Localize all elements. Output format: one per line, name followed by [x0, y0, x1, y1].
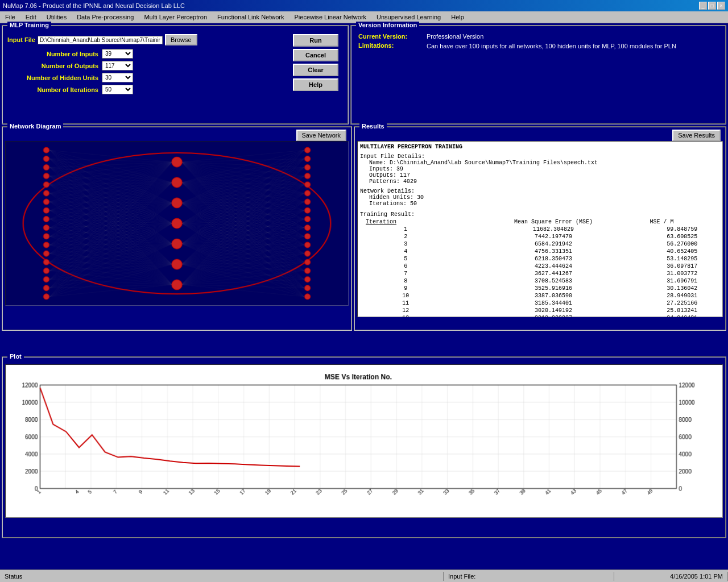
mse-m-cell: 25.813241: [646, 307, 719, 314]
hidden-units-label: Hidden Units:: [369, 194, 413, 201]
input-file-field[interactable]: [38, 36, 163, 44]
version-info-panel: Version Information Current Version: Pro…: [350, 25, 726, 124]
mse-m-cell: 56.276000: [646, 241, 719, 247]
inputs-value: 39: [396, 166, 403, 172]
menu-help[interactable]: Help: [448, 13, 467, 22]
table-row: 7 3627.441267 31.003772: [361, 271, 719, 277]
network-details: Hidden Units: 30 Iterations: 50: [369, 194, 720, 207]
statusbar: Status Input File: 4/16/2005 1:01 PM: [0, 569, 728, 582]
input-file-row: Input File Browse: [7, 34, 291, 45]
network-details-section: Network Details: Hidden Units: 30 Iterat…: [360, 188, 720, 207]
num-hidden-label: Number of Hidden Units: [7, 74, 98, 81]
main-content: MLP Training Input File Browse Number of…: [0, 23, 728, 563]
file-name-value: D:\Chinniah_Anand\Lab Source\Numap7\Trai…: [390, 160, 598, 166]
num-outputs-label: Number of Outputs: [7, 63, 98, 69]
table-row: 8 3708.524583 31.696791: [361, 278, 719, 284]
mse-m-cell: 24.940421: [646, 315, 719, 317]
menu-utilities[interactable]: Utilities: [44, 13, 69, 22]
table-row: 9 3525.916916 30.136042: [361, 285, 719, 292]
input-file-details: Name: D:\Chinniah_Anand\Lab Source\Numap…: [369, 160, 720, 185]
table-row: 6 4223.444624 36.097817: [361, 263, 719, 269]
menu-file[interactable]: File: [2, 13, 18, 22]
menu-data-preprocessing[interactable]: Data Pre-processing: [74, 13, 136, 22]
num-inputs-row: Number of Inputs 39: [7, 49, 291, 59]
browse-button[interactable]: Browse: [165, 34, 197, 45]
iter-cell: 12: [361, 307, 469, 314]
iterations-value: 50: [410, 201, 417, 207]
status-label: Status: [0, 572, 444, 581]
table-row: 10 3387.036590 28.949031: [361, 293, 719, 299]
mse-cell: 7442.197479: [470, 234, 644, 240]
iterations-row: Iterations: 50: [369, 201, 720, 207]
mse-m-cell: 27.225166: [646, 300, 719, 306]
menu-unsupervised[interactable]: Unsupervised Learning: [374, 13, 444, 22]
mse-m-cell: 63.608525: [646, 234, 719, 240]
num-iter-dropdown[interactable]: 50: [102, 85, 133, 94]
current-version-label: Current Version:: [358, 33, 427, 40]
outputs-row: Outputs: 117: [369, 172, 720, 178]
results-panel-title: Results: [359, 123, 387, 130]
version-panel-title: Version Information: [356, 22, 419, 28]
menu-pln[interactable]: Piecewise Linear Network: [292, 13, 370, 22]
mse-m-cell: 31.003772: [646, 271, 719, 277]
hidden-units-row: Hidden Units: 30: [369, 194, 720, 201]
top-row: MLP Training Input File Browse Number of…: [2, 25, 726, 124]
results-panel: Results Save Results MULTILAYER PERCEPTR…: [354, 126, 726, 331]
input-file-label: Input File: [7, 36, 35, 43]
maximize-button[interactable]: □: [708, 2, 716, 10]
iter-cell: 10: [361, 293, 469, 299]
mid-row: Network Diagram Save Network Results Sav…: [2, 126, 726, 331]
menu-mlp[interactable]: Multi Layer Perceptron: [141, 13, 210, 22]
hidden-units-value: 30: [417, 194, 424, 201]
close-button[interactable]: ×: [717, 2, 725, 10]
limitations-label: Limitations:: [358, 42, 427, 51]
mse-cell: 2918.029237: [470, 315, 644, 317]
iterations-label: Iterations:: [369, 201, 407, 207]
iter-cell: 9: [361, 285, 469, 292]
current-version-value: Professional Version: [427, 33, 483, 40]
table-row: 1 11682.304829 99.848759: [361, 226, 719, 232]
plot-panel-title: Plot: [7, 353, 24, 360]
network-canvas: [5, 141, 349, 306]
titlebar-buttons: _ □ ×: [699, 2, 725, 10]
cancel-button[interactable]: Cancel: [293, 49, 338, 61]
table-row: 4 4756.331351 40.652405: [361, 248, 719, 255]
help-button[interactable]: Help: [293, 78, 338, 91]
file-name-row: Name: D:\Chinniah_Anand\Lab Source\Numap…: [369, 160, 720, 166]
results-rows: 1 11682.304829 99.848759 2 7442.197479 6…: [361, 226, 719, 317]
input-file-status: Input File:: [444, 572, 614, 581]
bottom-row: Plot: [2, 356, 726, 538]
results-table: Iteration Mean Square Error (MSE) MSE / …: [360, 218, 720, 317]
num-hidden-dropdown[interactable]: 30: [102, 73, 133, 82]
limitations-value: Can have over 100 inputs for all network…: [427, 42, 676, 51]
menu-edit[interactable]: Edit: [23, 13, 39, 22]
training-result-section: Training Result: Iteration Mean Square E…: [360, 211, 720, 317]
minimize-button[interactable]: _: [699, 2, 707, 10]
inputs-label: Inputs:: [369, 166, 393, 172]
iter-cell: 4: [361, 248, 469, 255]
run-button[interactable]: Run: [293, 34, 338, 47]
patterns-row: Patterns: 4029: [369, 178, 720, 185]
num-outputs-dropdown[interactable]: 117: [102, 61, 133, 70]
iter-cell: 1: [361, 226, 469, 232]
results-text-area[interactable]: MULTILAYER PERCEPTRON TRAINING Input Fil…: [357, 141, 723, 317]
input-file-header: Input File Details:: [360, 153, 720, 160]
menu-fln[interactable]: Functional Link Network: [214, 13, 287, 22]
network-header: Network Details:: [360, 188, 720, 194]
file-name-label: Name:: [369, 160, 386, 166]
mlp-training-panel: MLP Training Input File Browse Number of…: [2, 25, 349, 124]
mse-m-cell: 36.097817: [646, 263, 719, 269]
clear-button[interactable]: Clear: [293, 64, 338, 76]
mse-cell: 6218.350473: [470, 256, 644, 262]
save-network-button[interactable]: Save Network: [296, 130, 346, 141]
mse-cell: 4223.444624: [470, 263, 644, 269]
save-results-button[interactable]: Save Results: [672, 130, 721, 141]
mse-m-cell: 28.949031: [646, 293, 719, 299]
titlebar: NuMap 7.06 - Product of the IPNNL and Ne…: [0, 0, 728, 11]
limitations-row: Limitations: Can have over 100 inputs fo…: [358, 42, 718, 51]
mse-cell: 3708.524583: [470, 278, 644, 284]
num-inputs-dropdown[interactable]: 39: [102, 49, 133, 59]
mse-cell: 6584.291942: [470, 241, 644, 247]
training-result-label: Training Result:: [360, 211, 720, 218]
num-hidden-row: Number of Hidden Units 30: [7, 73, 291, 82]
